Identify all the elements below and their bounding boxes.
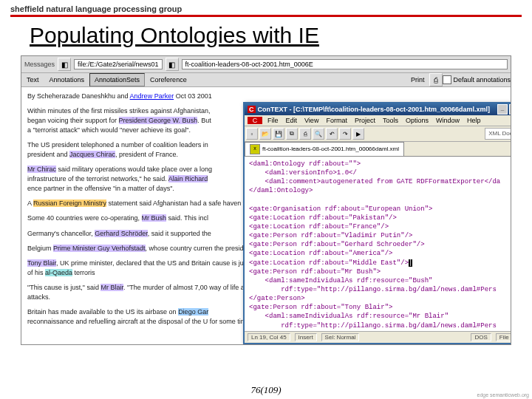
status-ins: Insert [295,333,317,341]
app-icon: C [248,106,256,113]
red-divider [10,15,522,17]
group-name: sheffield natural language processing gr… [10,4,522,13]
maximize-button[interactable]: □ [509,104,511,115]
default-annotations[interactable]: Default annotations [443,73,511,86]
run-icon[interactable]: ▶ [352,128,364,140]
tab-print[interactable]: Print [406,73,430,86]
org-hl[interactable]: Russian Foreign Ministry [33,200,106,207]
save-icon[interactable]: 💾 [273,128,284,140]
titlebar[interactable]: C ConTEXT - [C:\TEMP\ft\coalition-leader… [245,103,511,115]
person-hl[interactable]: Jacques Chirac [69,151,115,158]
find-icon[interactable]: 🔍 [313,128,324,140]
person-hl[interactable]: Gerhard Schröder [95,230,148,237]
status-sel: Sel: Normal [321,333,360,341]
tab-coreference[interactable]: Coreference [145,73,192,86]
author-link[interactable]: Andrew Parker [130,92,174,100]
menu-file[interactable]: File [264,117,282,124]
person-hl[interactable]: Mr Blair [100,284,123,291]
person-hl[interactable]: President George W. Bush [119,117,198,124]
xml-toolbar: ▫ 📂 💾 ⧉ ⎙ 🔍 ↶ ↷ ▶ XML Document [245,126,511,142]
menu-window[interactable]: Window [432,117,463,124]
menu-view[interactable]: View [301,117,322,124]
page-number: 76(109) [0,384,532,396]
menu-help[interactable]: Help [463,117,485,124]
messages-label: Messages [24,61,55,68]
menu-project[interactable]: Project [351,117,379,124]
file-tabstrip: xft-coalition-leaders-08-oct-2001.htm_00… [245,142,511,157]
person-hl[interactable]: Mr Chirac [27,166,56,173]
loc-hl[interactable]: Diego Gar [178,308,208,316]
context-editor-window[interactable]: C ConTEXT - [C:\TEMP\ft\coalition-leader… [243,102,511,344]
tab-text[interactable]: Text [21,73,44,86]
doctype-label[interactable]: XML Document [485,128,511,140]
person-hl[interactable]: Alain Richard [168,175,208,183]
tab-annotationsets[interactable]: AnnotationSets [89,73,145,86]
menubar: C File Edit View Format Project Tools Op… [245,115,511,126]
org-hl[interactable]: al-Qaeda [45,269,72,276]
slide-header: sheffield natural language processing gr… [0,0,532,17]
menu-edit[interactable]: Edit [282,117,301,124]
gate-address-bar: Messages ◧ file:/E:/Gate2/serial/news01 … [21,56,511,73]
print-icon[interactable]: ⎙ [299,128,311,140]
print-icon[interactable]: ⎙ [429,73,443,86]
byline: By Scheherazade Daneshkhu and Andrew Par… [27,92,505,101]
app-menu-icon[interactable]: C [248,117,262,124]
open-icon[interactable]: 📂 [259,128,271,140]
menu-tools[interactable]: Tools [379,117,402,124]
doc-icon[interactable]: ◧ [58,58,71,71]
minimize-button[interactable]: _ [497,104,508,115]
gate-window: Messages ◧ file:/E:/Gate2/serial/news01 … [21,55,511,345]
person-hl[interactable]: Tony Blair [27,259,56,267]
xml-editor[interactable]: <daml:Ontology rdf:about=""> <daml:versi… [245,157,511,335]
person-hl[interactable]: Mr Bush [142,214,167,222]
person-hl[interactable]: Prime Minister Guy Verhofstadt [53,245,146,252]
window-title: ConTEXT - [C:\TEMP\ft\coalition-leaders-… [258,106,491,113]
new-icon[interactable]: ▫ [246,128,258,140]
status-dos: DOS [471,333,491,341]
status-bar: Ln 19, Col 45 Insert Sel: Normal DOS Fil… [245,331,511,343]
menu-format[interactable]: Format [322,117,351,124]
xml-file-icon: x [250,144,260,154]
url-2[interactable]: ft-coalition-leaders-08-oct-2001.htm_000… [182,59,508,69]
status-size: File size: 2 [496,333,511,341]
tab-annotations[interactable]: Annotations [44,73,90,86]
redo-icon[interactable]: ↷ [339,128,351,140]
menu-options[interactable]: Options [402,117,432,124]
status-pos: Ln 19, Col 45 [248,333,290,341]
file-tab[interactable]: xft-coalition-leaders-08-oct-2001.htm_00… [245,142,404,156]
gate-tabs: Text Annotations AnnotationSets Corefere… [21,73,511,87]
slide-title: Populating Ontologies with IE [0,20,532,54]
undo-icon[interactable]: ↶ [326,128,338,140]
corner-logo: edge semanticweb.org [477,392,529,398]
window-controls: _ □ × [497,104,511,115]
doc-icon-2[interactable]: ◧ [166,58,179,71]
saveall-icon[interactable]: ⧉ [286,128,298,140]
checkbox-icon[interactable] [443,75,451,84]
url-1[interactable]: file:/E:/Gate2/serial/news01 [74,59,163,69]
